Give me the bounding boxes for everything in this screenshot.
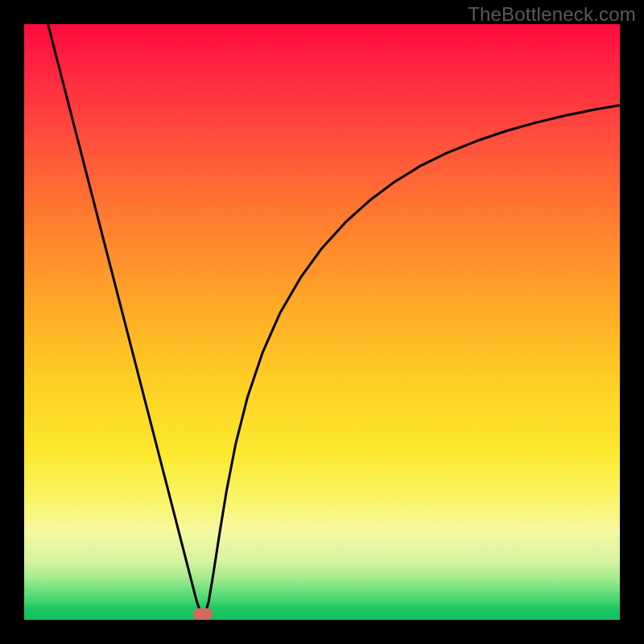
curve-layer <box>24 24 620 620</box>
bottleneck-curve <box>48 24 620 614</box>
chart-frame: TheBottleneck.com <box>0 0 644 644</box>
watermark-text: TheBottleneck.com <box>468 3 636 26</box>
plot-area <box>24 24 620 620</box>
minimum-marker <box>193 609 213 620</box>
